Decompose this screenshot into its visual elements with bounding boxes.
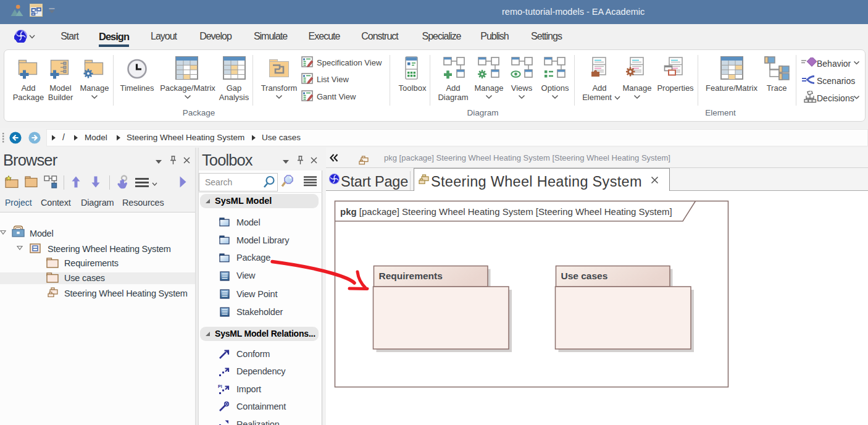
svg-text:PI: PI (218, 384, 222, 389)
svg-text:Use cases: Use cases (561, 271, 608, 281)
svg-text:pkg [package] Steering Wheel H: pkg [package] Steering Wheel Heating Sys… (340, 206, 672, 217)
svg-text:Requirements: Requirements (379, 271, 443, 281)
